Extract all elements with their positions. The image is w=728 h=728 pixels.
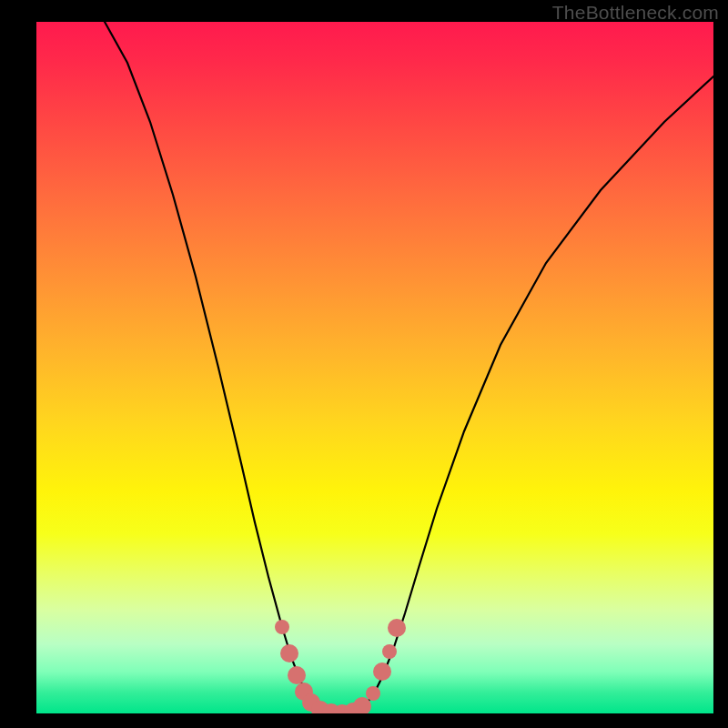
plot-area <box>36 22 713 713</box>
bottleneck-curve <box>105 22 713 713</box>
marker-dot <box>388 619 406 637</box>
watermark-text: TheBottleneck.com <box>552 2 719 24</box>
marker-dot <box>288 666 306 684</box>
marker-dot <box>373 662 391 681</box>
marker-dot <box>366 686 380 701</box>
marker-dot <box>280 644 298 662</box>
chart-frame: TheBottleneck.com <box>0 0 728 728</box>
marker-dot <box>275 620 289 634</box>
marker-dot <box>382 644 397 659</box>
chart-svg <box>36 22 713 713</box>
